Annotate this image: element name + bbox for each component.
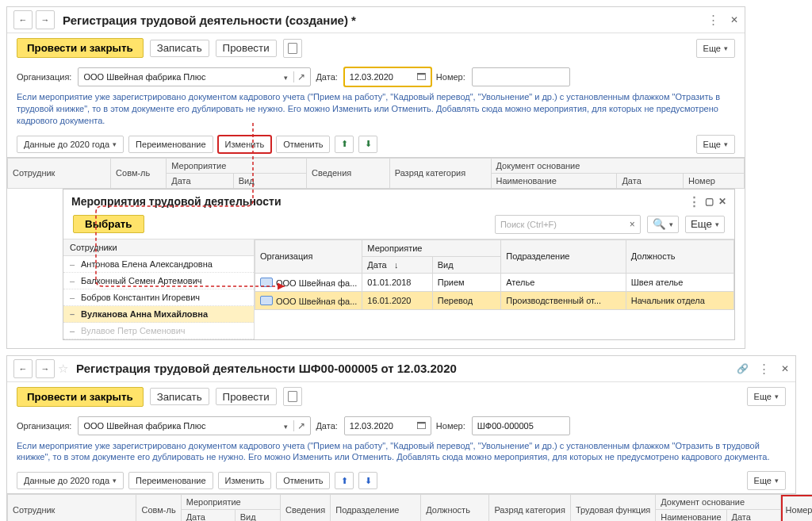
table-command-bar: Данные до 2020 года ▾ Переименование Изм… [7, 468, 795, 493]
number-input[interactable] [472, 67, 570, 86]
hdr-date-label: Дата [367, 260, 386, 270]
org-label: Организация: [17, 421, 71, 431]
post-and-close-button[interactable]: Провести и закрыть [17, 38, 144, 58]
back-button[interactable]: ← [13, 10, 33, 29]
star-icon[interactable]: ☆ [58, 362, 68, 376]
popup-grid: Организация Мероприятие Подразделение До… [255, 239, 734, 339]
hdr-sov: Совм-ль [111, 158, 167, 188]
org-dropdown-icon[interactable]: ▾ [281, 423, 288, 431]
back-button[interactable]: ← [13, 359, 33, 378]
hdr-doc-date: Дата [726, 510, 780, 521]
table-more-button[interactable]: Еще ▾ [696, 135, 735, 154]
forward-button[interactable]: → [36, 10, 55, 29]
cell-dep: Производственный от... [501, 291, 626, 309]
employee-list: Сотрудники Антонова Елена Александровна … [63, 239, 255, 339]
before-2020-button[interactable]: Данные до 2020 года ▾ [17, 136, 124, 153]
date-input[interactable]: 12.03.2020 🗖 [344, 67, 431, 86]
attachments-button[interactable] [283, 39, 302, 58]
employee-item[interactable]: Бобров Константин Игоревич [63, 289, 254, 306]
calendar-icon[interactable]: 🗖 [416, 71, 426, 82]
hdr-employee: Сотрудник [8, 158, 111, 188]
move-down-button[interactable]: ⬇ [358, 472, 377, 489]
hdr-date: Дата ↓ [362, 256, 432, 273]
number-input[interactable]: ШФ00-000005 [472, 416, 570, 435]
window-close-icon[interactable]: ✕ [730, 14, 738, 25]
hdr-pos: Должность [421, 495, 489, 521]
command-bar-main: Провести и закрыть Записать Провести Еще… [7, 382, 795, 412]
events-popup: Мероприятия трудовой деятельности ⋮ ▢ ✕ … [63, 189, 735, 340]
org-open-icon[interactable]: ↗ [293, 420, 305, 431]
post-button[interactable]: Провести [216, 388, 277, 405]
org-input[interactable]: ООО Швейная фабрика Плюс ▾ ↗ [78, 67, 311, 86]
more-button[interactable]: Еще ▾ [696, 39, 735, 58]
move-up-button[interactable]: ⬆ [335, 136, 354, 153]
write-button[interactable]: Записать [150, 40, 209, 57]
table-cancel-button[interactable]: Отменить [276, 136, 330, 153]
hdr-number: Номер [684, 173, 745, 188]
info-text: Если мероприятие уже зарегистрировано до… [7, 91, 745, 132]
hdr-event: Мероприятие [181, 495, 280, 510]
popup-more-icon[interactable]: ⋮ [688, 194, 700, 209]
change-button[interactable]: Изменить [218, 136, 272, 153]
write-button[interactable]: Записать [150, 388, 209, 405]
org-value: ООО Швейная фабрика Плюс [83, 421, 205, 431]
before-2020-label: Данные до 2020 года [24, 140, 109, 149]
org-value: ООО Швейная фабрика Плюс [83, 72, 205, 82]
attachments-button[interactable] [283, 387, 302, 406]
change-button[interactable]: Изменить [218, 472, 272, 489]
search-button[interactable]: 🔍 ▾ [647, 216, 679, 233]
forward-button[interactable]: → [36, 359, 55, 378]
post-button[interactable]: Провести [216, 40, 277, 57]
org-input[interactable]: ООО Швейная фабрика Плюс ▾ ↗ [78, 416, 311, 435]
popup-more-button[interactable]: Еще ▾ [685, 216, 725, 233]
number-label: Номер: [436, 72, 465, 82]
more-label: Еще [703, 140, 721, 149]
link-icon[interactable]: 🔗 [737, 363, 749, 374]
move-up-button[interactable]: ⬆ [335, 472, 354, 489]
popup-grid-row[interactable]: ООО Швейная фа... 01.01.2018 Прием Атель… [255, 273, 734, 291]
org-dropdown-icon[interactable]: ▾ [281, 74, 288, 82]
rename-button[interactable]: Переименование [128, 472, 213, 489]
date-input[interactable]: 12.03.2020 🗖 [344, 416, 431, 435]
clear-search-icon[interactable]: × [630, 219, 635, 230]
hdr-dep: Подразделение [501, 239, 626, 273]
before-2020-button[interactable]: Данные до 2020 года ▾ [17, 472, 124, 489]
window-more-icon[interactable]: ⋮ [758, 362, 770, 376]
cell-pos: Швея ателье [626, 273, 733, 291]
table-cancel-button[interactable]: Отменить [276, 472, 330, 489]
employee-item[interactable]: Вулавое Петр Семенович [63, 323, 254, 339]
search-input[interactable]: Поиск (Ctrl+F) × [495, 215, 641, 234]
table-command-bar: Данные до 2020 года ▾ Переименование Изм… [7, 132, 745, 157]
table-more-button[interactable]: Еще ▾ [747, 471, 786, 490]
popup-head: Мероприятия трудовой деятельности ⋮ ▢ ✕ [63, 190, 734, 210]
move-down-button[interactable]: ⬇ [358, 136, 377, 153]
popup-max-icon[interactable]: ▢ [705, 196, 714, 207]
hdr-rank: Разряд категория [489, 495, 571, 521]
events-grid: Сотрудник Совм-ль Мероприятие Сведения П… [7, 493, 795, 521]
employee-item[interactable]: Балконный Семен Артемович [63, 273, 254, 289]
calendar-icon[interactable]: 🗖 [416, 420, 426, 431]
more-label: Еще [691, 218, 712, 230]
employee-item[interactable]: Антонова Елена Александровна [63, 256, 254, 273]
rename-button[interactable]: Переименование [128, 136, 213, 153]
cell-org: ООО Швейная фа... [276, 297, 357, 306]
org-open-icon[interactable]: ↗ [293, 71, 305, 82]
more-label: Еще [703, 44, 721, 53]
cell-pos: Начальник отдела [626, 291, 733, 309]
window-close-icon[interactable]: ✕ [781, 363, 789, 374]
post-and-close-button[interactable]: Провести и закрыть [17, 387, 144, 407]
window-more-icon[interactable]: ⋮ [707, 13, 719, 27]
popup-close-icon[interactable]: ✕ [718, 196, 726, 207]
more-button[interactable]: Еще ▾ [747, 387, 786, 406]
window-title: Регистрация трудовой деятельности ШФ00-0… [76, 362, 457, 375]
popup-grid-row-selected[interactable]: ООО Швейная фа... 16.01.2020 Перевод Про… [255, 291, 734, 309]
hdr-number: Номер [780, 495, 812, 521]
employee-item-selected[interactable]: Вулканова Анна Михайловна [63, 306, 254, 323]
header-fields: Организация: ООО Швейная фабрика Плюс ▾ … [7, 63, 745, 91]
hdr-info: Сведения [280, 495, 330, 521]
hdr-kind: Вид [233, 173, 306, 188]
window-title: Регистрация трудовой деятельности (созда… [63, 13, 356, 27]
hdr-date: Дата [181, 510, 235, 521]
cell-kind: Прием [432, 273, 500, 291]
pick-button[interactable]: Выбрать [73, 215, 144, 233]
